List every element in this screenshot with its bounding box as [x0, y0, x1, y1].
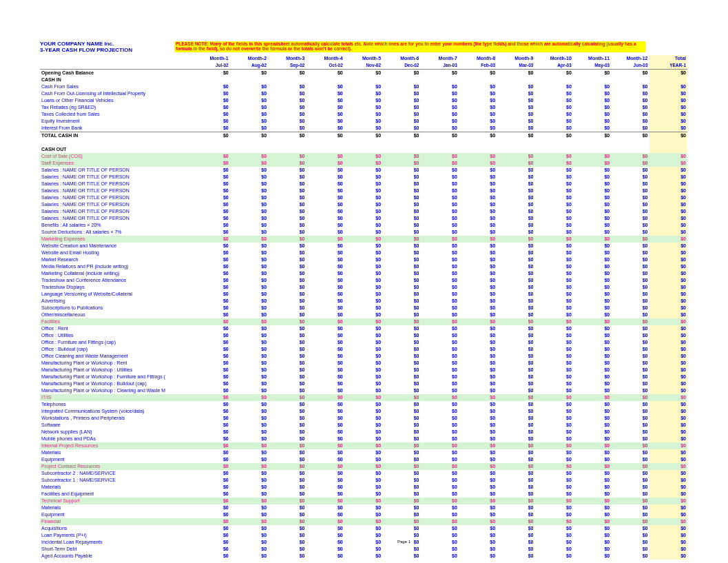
cell-value: $0 [230, 318, 268, 325]
cell-value: $0 [344, 442, 382, 449]
cell-value: $0 [306, 429, 344, 436]
col-header-date: YEAR-1 [649, 62, 687, 70]
cell-value: $0 [573, 118, 611, 125]
cell-value: $0 [611, 408, 649, 415]
cell-value: $0 [573, 339, 611, 346]
cell-value: $0 [649, 470, 687, 477]
cell-value: $0 [573, 484, 611, 491]
cell-value: $0 [497, 311, 534, 318]
cell-value [230, 139, 268, 146]
cell-value: $0 [420, 456, 458, 463]
col-header-date: Feb-03 [459, 62, 497, 70]
cell-value: $0 [344, 277, 382, 284]
cell-value: $0 [191, 284, 229, 291]
cell-value: $0 [268, 491, 306, 498]
cell-value: $0 [573, 215, 611, 222]
cell-value: $0 [649, 373, 687, 380]
cell-value: $0 [649, 187, 687, 194]
cell-value: $0 [611, 236, 649, 243]
cell-value: $0 [497, 194, 534, 201]
row-label: Cash From Out-Licensing of Intellectual … [40, 90, 191, 97]
cell-value: $0 [344, 222, 382, 229]
cell-value: $0 [573, 132, 611, 139]
col-header-date: Mar-03 [497, 62, 534, 70]
cell-value: $0 [534, 277, 572, 284]
cell-value: $0 [230, 415, 268, 422]
cell-value: $0 [459, 291, 497, 298]
cell-value [497, 139, 534, 146]
cell-value: $0 [534, 263, 572, 270]
cell-value: $0 [306, 491, 344, 498]
cell-value: $0 [534, 249, 572, 256]
cell-value: $0 [611, 401, 649, 408]
cell-value: $0 [420, 222, 458, 229]
row-label: Software [40, 422, 191, 429]
cell-value: $0 [497, 69, 534, 76]
cell-value: $0 [497, 380, 534, 387]
cell-value: $0 [459, 477, 497, 484]
cell-value: $0 [191, 305, 229, 311]
row-label: Cash From Sales [40, 83, 191, 90]
cell-value: $0 [497, 277, 534, 284]
cell-value: $0 [191, 436, 229, 442]
cell-value: $0 [611, 553, 649, 560]
cell-value: $0 [268, 270, 306, 277]
cell-value [230, 76, 268, 83]
col-header-month: Month-5 [344, 55, 382, 62]
cell-value: $0 [573, 97, 611, 104]
cell-value: $0 [268, 332, 306, 339]
cell-value: $0 [420, 298, 458, 305]
cell-value: $0 [268, 511, 306, 518]
cell-value: $0 [344, 187, 382, 194]
cell-value: $0 [268, 401, 306, 408]
cell-value: $0 [573, 174, 611, 181]
cell-value: $0 [382, 401, 420, 408]
cell-value: $0 [306, 325, 344, 332]
cell-value: $0 [306, 291, 344, 298]
cell-value: $0 [497, 525, 534, 532]
cell-value [573, 76, 611, 83]
cell-value: $0 [611, 111, 649, 118]
row-label: Salaries : NAME OR TITLE OF PERSON [40, 181, 191, 187]
cell-value: $0 [191, 394, 229, 401]
cell-value: $0 [191, 332, 229, 339]
cell-value: $0 [344, 373, 382, 380]
cell-value [420, 139, 458, 146]
cell-value: $0 [306, 442, 344, 449]
cell-value: $0 [459, 518, 497, 525]
cell-value: $0 [459, 270, 497, 277]
cell-value: $0 [497, 263, 534, 270]
row-label: Office : Furniture and Fittings (cap) [40, 339, 191, 346]
cell-value: $0 [497, 222, 534, 229]
cell-value: $0 [344, 532, 382, 539]
cell-value: $0 [420, 270, 458, 277]
row-label: Media Relations and PR (include writing) [40, 263, 191, 270]
cell-value: $0 [268, 532, 306, 539]
cell-value: $0 [649, 553, 687, 560]
cell-value: $0 [649, 132, 687, 139]
row-label: Benefits : All salaries × 20% [40, 222, 191, 229]
cell-value: $0 [420, 518, 458, 525]
cell-value: $0 [611, 153, 649, 160]
cell-value: $0 [420, 422, 458, 429]
cell-value: $0 [497, 553, 534, 560]
cell-value: $0 [573, 415, 611, 422]
cell-value: $0 [573, 305, 611, 311]
row-label: Internal Project Resources [40, 442, 191, 449]
cell-value: $0 [649, 456, 687, 463]
cell-value: $0 [306, 83, 344, 90]
cell-value: $0 [611, 277, 649, 284]
cell-value: $0 [649, 194, 687, 201]
cell-value: $0 [230, 125, 268, 132]
cell-value: $0 [649, 477, 687, 484]
cell-value: $0 [497, 332, 534, 339]
cell-value: $0 [268, 229, 306, 236]
cell-value: $0 [611, 442, 649, 449]
row-label: Mobile phones and PDAs [40, 436, 191, 442]
cell-value: $0 [459, 208, 497, 215]
cell-value: $0 [268, 90, 306, 97]
cell-value: $0 [306, 449, 344, 456]
cell-value: $0 [382, 174, 420, 181]
cell-value: $0 [649, 442, 687, 449]
cell-value: $0 [534, 83, 572, 90]
